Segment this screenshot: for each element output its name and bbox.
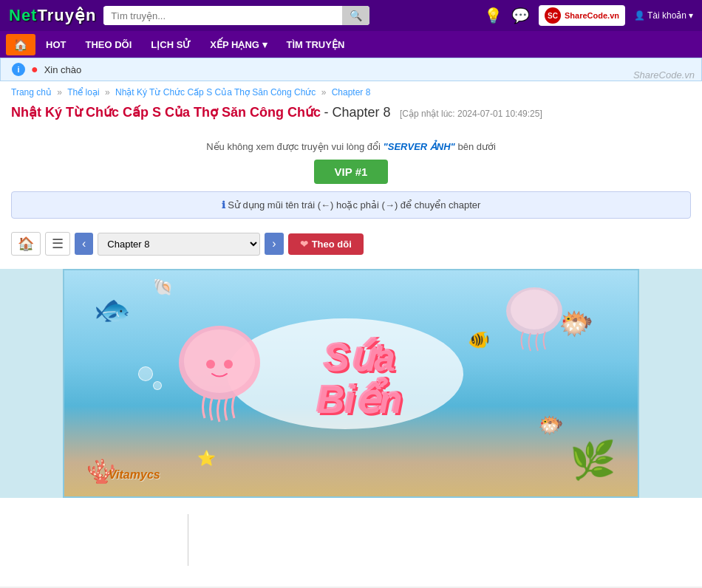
bubble-2 (153, 381, 162, 390)
below-image-area (0, 498, 702, 587)
chapter-select[interactable]: Chapter 1 Chapter 2 Chapter 3 Chapter 4 … (98, 233, 260, 256)
sharecode-logo: SC ShareCode.vn (539, 5, 625, 26)
dot-red: ● (31, 63, 38, 76)
logo-truyen: Truyện (37, 6, 96, 24)
manga-image-area: 🐟 🐚 🐡 🐠 (0, 269, 702, 498)
theo-doi-label: Theo dõi (312, 239, 352, 250)
nav-icons: 💡 💬 SC ShareCode.vn 👤 Tài khoản ▾ (484, 5, 693, 26)
breadcrumb: Trang chủ » Thể loại » Nhật Ký Từ Chức C… (11, 87, 691, 98)
title-line2: Biển (317, 379, 403, 421)
menu-xep-hang[interactable]: XẾP HẠNG ▾ (201, 35, 276, 54)
ocean-scene: 🐟 🐚 🐡 🐠 (63, 269, 639, 498)
chapter-label: - Chapter 8 (324, 105, 390, 120)
theo-doi-button[interactable]: ❤ Theo dõi (288, 233, 364, 255)
server-notice-text-2: bên dưới (457, 141, 495, 152)
breadcrumb-sep-1: » (57, 87, 64, 98)
search-bar: 🔍 (103, 6, 369, 25)
breadcrumb-chapter[interactable]: Chapter 8 (332, 87, 371, 98)
jellyfish-right (497, 281, 571, 366)
prev-chapter-button[interactable]: ‹ (75, 233, 93, 255)
server-notice-text-1: Nếu không xem được truyện vui lòng đổi (206, 141, 381, 152)
site-logo[interactable]: NetTruyện (9, 6, 96, 25)
vitamycs-watermark: Vitamycs (109, 468, 160, 482)
arrow-hint-icon: ℹ (222, 199, 225, 211)
notification-bar: i ● Xin chào (0, 58, 702, 81)
breadcrumb-sep-2: » (105, 87, 112, 98)
menu-lich-su[interactable]: LỊCH SỬ (142, 35, 200, 54)
jellyfish-main (168, 311, 271, 432)
sc-badge: SC (545, 7, 561, 24)
menu-bar: 🏠 HOT THEO DÕI LỊCH SỬ XẾP HẠNG ▾ TÌM TR… (0, 31, 702, 58)
sharecode-text: ShareCode.vn (565, 11, 619, 20)
divider-line (188, 514, 188, 566)
sharecode-watermark: ShareCode.vn (633, 69, 695, 81)
top-navigation: NetTruyện 🔍 💡 💬 SC ShareCode.vn 👤 Tài kh… (0, 0, 702, 31)
list-nav-icon[interactable]: ☰ (45, 232, 70, 256)
yellow-fish-icon: 🐡 (538, 413, 564, 437)
logo-net: Net (9, 6, 37, 24)
notification-text: Xin chào (44, 64, 82, 75)
server-link[interactable]: "SERVER ẢNH" (384, 141, 455, 152)
snail-icon: 🐚 (153, 278, 173, 297)
menu-theo-doi[interactable]: THEO DÕI (76, 35, 140, 54)
vip-btn-area: VIP #1 (11, 160, 691, 184)
chat-icon[interactable]: 💬 (511, 7, 530, 24)
manga-title[interactable]: Nhật Ký Từ Chức Cấp S Của Thợ Săn Công C… (11, 105, 321, 120)
manga-image-title: Sứa Biển (317, 337, 403, 421)
search-button[interactable]: 🔍 (342, 6, 369, 25)
vip-button[interactable]: VIP #1 (314, 160, 389, 184)
title-line1: Sứa (317, 337, 403, 379)
lamp-icon[interactable]: 💡 (484, 7, 502, 24)
svg-point-3 (224, 360, 233, 369)
breadcrumb-home[interactable]: Trang chủ (11, 87, 52, 98)
info-icon: i (12, 63, 25, 76)
starfish-icon: ⭐ (197, 449, 216, 467)
home-button[interactable]: 🏠 (6, 34, 35, 55)
update-time: [Cập nhật lúc: 2024-07-01 10:49:25] (400, 109, 542, 119)
svg-point-2 (206, 360, 215, 369)
breadcrumb-the-loai[interactable]: Thể loại (67, 87, 99, 98)
tai-khoan-label: Tài khoản (647, 10, 686, 21)
home-nav-icon[interactable]: 🏠 (11, 232, 41, 256)
seaweed-icon: 🌿 (570, 439, 616, 482)
svg-point-5 (511, 290, 558, 329)
svg-point-1 (184, 329, 255, 393)
heart-icon: ❤ (300, 239, 308, 250)
fish-top-left-icon: 🐟 (94, 293, 131, 327)
search-input[interactable] (103, 7, 342, 25)
server-notice: Nếu không xem được truyện vui lòng đổi "… (11, 141, 691, 152)
menu-hot[interactable]: HOT (37, 35, 75, 54)
arrow-hint-text: Sử dụng mũi tên trái (←) hoặc phải (→) đ… (228, 199, 480, 211)
content-area: Nếu không xem được truyện vui lòng đổi "… (0, 128, 702, 269)
menu-tim-truyen[interactable]: TÌM TRUYỆN (278, 35, 354, 54)
next-chapter-button[interactable]: › (265, 233, 283, 255)
breadcrumb-sep-3: » (321, 87, 329, 98)
bubble-1 (138, 366, 153, 381)
page-title-area: Nhật Ký Từ Chức Cấp S Của Thợ Săn Công C… (0, 101, 702, 128)
tai-khoan-link[interactable]: 👤 Tài khoản ▾ (634, 10, 693, 21)
breadcrumb-manga[interactable]: Nhật Ký Từ Chức Cấp S Của Thợ Săn Công C… (115, 87, 316, 98)
arrow-hint: ℹ Sử dụng mũi tên trái (←) hoặc phải (→)… (11, 191, 691, 219)
breadcrumb-area: Trang chủ » Thể loại » Nhật Ký Từ Chức C… (0, 81, 702, 101)
chapter-navigation-row: 🏠 ☰ ‹ Chapter 1 Chapter 2 Chapter 3 Chap… (11, 226, 691, 261)
